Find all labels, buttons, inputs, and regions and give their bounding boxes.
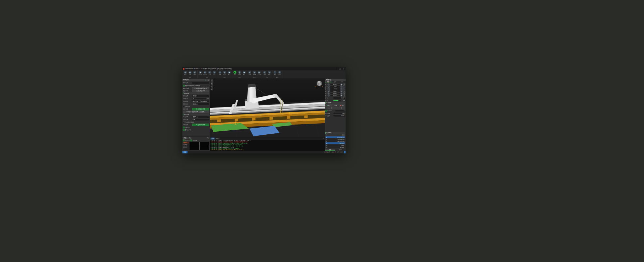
log-body[interactable]: [16:40:12] [信息] 工作站模型加载完成：龙门桁架 / 焊接机器人 G… [210, 140, 325, 151]
update-lead-path-button[interactable]: ⟳ 更新引导轨迹 [192, 124, 209, 126]
log-tab[interactable]: 输出 [215, 138, 220, 140]
center-column: ⌂ ⊕ ✚ ⟳ [210, 79, 325, 151]
ribbon-button[interactable]: ‖ 暂停 [237, 71, 242, 77]
checkbox-checked-icon[interactable]: ✓ [183, 140, 185, 141]
close-button[interactable]: × [342, 68, 345, 70]
jog-minus-button[interactable]: – [328, 94, 330, 97]
weld-position-select[interactable]: 平角焊 ▾ [192, 95, 209, 97]
ribbon-button[interactable]: ⓘ 关于 [277, 71, 282, 77]
process-settings-label: 焊接工艺参数设置（点击展开） [188, 111, 206, 113]
ribbon-button-label: 坐标系 [253, 74, 256, 76]
ribbon-button[interactable]: ◕ 标定 [227, 71, 231, 77]
prev-point-button[interactable]: 上一点 [325, 107, 335, 110]
ribbon-button[interactable]: ▥ 保存 [193, 71, 197, 77]
run-button[interactable]: ‖ 暂停 [332, 104, 338, 107]
jog-panel-tab[interactable]: 位置 [332, 81, 339, 83]
viewport-tool-button[interactable]: ⟳ [211, 88, 213, 91]
ribbon-button[interactable]: ▧ 截图 [267, 71, 272, 77]
ribbon-button[interactable]: ■ 停止 [242, 71, 247, 77]
pick-endpoints-button[interactable]: ⌖ 拾取焊缝起点与终点 [192, 87, 209, 89]
ribbon-button[interactable]: ◆ 机器人 [198, 71, 203, 77]
weave-check-row[interactable]: 启用摆焊 [183, 105, 209, 108]
ribbon-button[interactable]: ▣ 打开 [188, 71, 192, 77]
joint-value[interactable]: +0.00° [330, 84, 340, 86]
joint-value[interactable]: +0.00° [330, 94, 340, 96]
run-button[interactable]: ▶ 运行 [325, 104, 332, 107]
joint-value[interactable]: -45.20° [330, 86, 340, 88]
minimize-button[interactable]: – [336, 68, 338, 70]
reverse-direction-button[interactable]: ⇄ 反转焊接方向 [192, 90, 209, 92]
jog-panel-tab[interactable]: 关节 [325, 81, 332, 83]
ribbon-button[interactable]: ▦ 工艺库 [257, 71, 261, 77]
log-line[interactable]: [16:40:33] [信息] 就绪：等待运行指令（预计节拍 42.5 s） [211, 149, 324, 150]
loop-count-input[interactable]: 1 [335, 110, 345, 112]
shrink-end-input[interactable]: 终 0 mm [201, 100, 209, 102]
joint-value[interactable]: -65.30° [330, 92, 340, 94]
ribbon-button[interactable]: ⌖ 工具 [212, 71, 217, 77]
maximize-button[interactable]: □ [339, 68, 342, 70]
ribbon-button-label: 工件 [209, 74, 211, 76]
axis-value: 1250.342 mm [329, 136, 345, 138]
viewport-tool-button[interactable]: ⊕ [211, 82, 213, 85]
ribbon-button[interactable]: ▶ 运行 [233, 71, 237, 77]
run-button-icon: ‖ [334, 105, 334, 106]
viewport-tool-button[interactable]: ⌂ [211, 79, 213, 82]
hide-button[interactable]: 隐藏 [207, 137, 209, 139]
view-cube[interactable] [315, 80, 323, 87]
clear-log-button[interactable]: × [322, 138, 324, 140]
resize-grip[interactable] [344, 151, 346, 154]
next-point-button[interactable]: 下一点 [335, 107, 345, 110]
manual-adjust-row[interactable]: 手动调整引导参数 [183, 121, 209, 124]
ribbon-button[interactable]: ▤ 新建 [183, 71, 187, 77]
close-panel-icon[interactable]: × [207, 79, 209, 81]
jog-plus-button[interactable]: + [340, 94, 343, 97]
ribbon-button[interactable]: ⊞ 坐标系 [252, 71, 257, 77]
list-tab[interactable]: 属性 [188, 137, 192, 139]
checkbox-checked-icon: ✓ [325, 110, 327, 112]
weld-name-input[interactable] [192, 82, 209, 84]
update-weld-path-button[interactable]: ⟳ 更新焊接轨迹 [192, 108, 209, 111]
viewport-tool-button[interactable]: ✚ [211, 85, 213, 88]
axis-value: 180.000° [329, 142, 345, 144]
list-tab[interactable]: 列表 [183, 137, 187, 139]
ribbon-button[interactable]: ◈ 变位机 [203, 71, 207, 77]
show-points-row[interactable]: ✓ 显示轨迹点 [183, 129, 209, 131]
confirm-icon[interactable]: ✓ [205, 79, 207, 81]
ribbon-button[interactable]: ▱ 工件 [208, 71, 212, 77]
ribbon-button[interactable]: ✎ 测量 [263, 71, 267, 77]
scene-3d[interactable] [210, 79, 325, 137]
show-cloud-row[interactable]: ✓ 显示点云 [183, 126, 209, 129]
ribbon-button[interactable]: ◔ 焊缝 [218, 71, 222, 77]
posture-select[interactable]: 默认姿态 ▾ [192, 103, 209, 105]
move-speed-input[interactable]: 100% [333, 115, 345, 117]
ribbon-group: ✎ 测量 ▧ 截图 工具 [262, 71, 272, 79]
ribbon-group-buttons: ⚙ 参数 ⊞ 坐标系 ▦ 工艺库 [248, 71, 261, 77]
process-settings-button[interactable]: ⚙ 焊接工艺参数设置（点击展开） [183, 111, 209, 113]
speed-slider[interactable] [333, 100, 341, 101]
ribbon-button[interactable]: ? 帮助 [273, 71, 277, 77]
ribbon-button[interactable]: ◑ 轨迹 [222, 71, 227, 77]
jog-panel-tab[interactable]: IO [339, 81, 346, 83]
pointcloud-preview[interactable] [190, 142, 209, 150]
position-row[interactable]: Rz -90.000° [326, 146, 345, 148]
joint-value[interactable]: +0.00° [330, 90, 340, 92]
ribbon-button[interactable]: ⚙ 参数 [248, 71, 252, 77]
log-tab[interactable]: 日志 [211, 138, 215, 140]
step-input[interactable]: 1.00° [333, 97, 345, 99]
leg-size-input[interactable]: 25 [192, 97, 207, 100]
auto-number-row[interactable]: ✓ 按拾取顺序自动生成焊缝编号 [183, 85, 209, 87]
shrink-label: 两端收缩 [183, 100, 192, 102]
loop-row[interactable]: ✓ 循环运行 1 [325, 110, 345, 112]
viewport-3d[interactable]: ⌂ ⊕ ✚ ⟳ [210, 79, 325, 137]
head-name-input[interactable]: 焊缝 [192, 119, 209, 121]
weld-list-item[interactable]: 轨迹-01 [183, 147, 189, 148]
sim-speed-input[interactable]: 1.0x [333, 112, 345, 115]
run-button[interactable]: ■ 停止 [339, 104, 345, 107]
axis-value: -90.000° [329, 146, 345, 148]
checkbox-checked-icon[interactable]: ✓ [191, 140, 192, 141]
lead-type-select[interactable]: 直线引入 ▾ [192, 116, 209, 118]
ribbon-button-label: 焊缝 [219, 74, 221, 76]
shrink-start-input[interactable]: 起 0 mm [192, 100, 201, 102]
jog-home-button[interactable]: ⌂ [343, 94, 345, 97]
joint-value[interactable]: +30.50° [330, 88, 340, 90]
